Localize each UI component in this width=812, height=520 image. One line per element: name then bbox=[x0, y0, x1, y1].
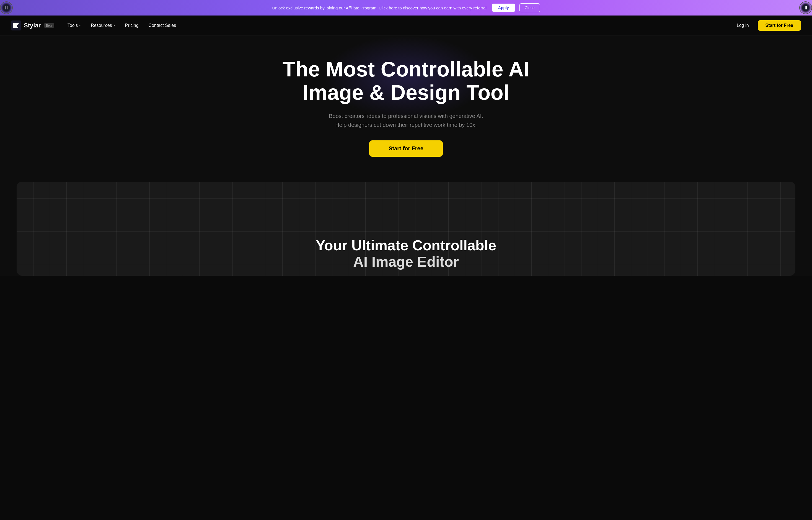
demo-card-section: Your Ultimate Controllable AI Image Edit… bbox=[0, 171, 812, 276]
demo-card-subtitle: AI Image Editor bbox=[316, 254, 496, 270]
banner-apply-button[interactable]: Apply bbox=[492, 4, 515, 12]
announcement-banner: ⏸ Unlock exclusive rewards by joining ou… bbox=[0, 0, 812, 16]
logo[interactable]: Stylar Beta bbox=[11, 21, 54, 30]
nav-pricing-label: Pricing bbox=[125, 23, 139, 28]
hero-section: The Most Controllable AI Image & Design … bbox=[0, 35, 812, 171]
navbar-right: Log in Start for Free bbox=[733, 20, 801, 31]
resources-chevron-icon: ▾ bbox=[113, 24, 115, 27]
hero-subtitle: Boost creators' ideas to professional vi… bbox=[318, 111, 494, 129]
hero-title: The Most Controllable AI Image & Design … bbox=[281, 58, 531, 104]
logo-beta-badge: Beta bbox=[44, 23, 54, 28]
navbar: Stylar Beta Tools ▾ Resources ▾ Pricing … bbox=[0, 16, 812, 35]
demo-card-text: Your Ultimate Controllable AI Image Edit… bbox=[316, 237, 496, 276]
nav-contact[interactable]: Contact Sales bbox=[148, 23, 176, 28]
banner-decoration-right: ⏸ bbox=[799, 1, 812, 14]
banner-close-button[interactable]: Close bbox=[519, 3, 540, 12]
demo-card: Your Ultimate Controllable AI Image Edit… bbox=[17, 182, 795, 276]
nav-resources[interactable]: Resources ▾ bbox=[91, 23, 115, 28]
banner-decoration-left: ⏸ bbox=[0, 1, 13, 14]
login-button[interactable]: Log in bbox=[733, 21, 752, 30]
hero-subtitle-line1: Boost creators' ideas to professional vi… bbox=[329, 113, 483, 119]
nav-items: Tools ▾ Resources ▾ Pricing Contact Sale… bbox=[67, 23, 176, 28]
nav-start-free-button[interactable]: Start for Free bbox=[758, 20, 801, 31]
tools-chevron-icon: ▾ bbox=[79, 24, 81, 27]
nav-tools-label: Tools bbox=[67, 23, 78, 28]
navbar-left: Stylar Beta Tools ▾ Resources ▾ Pricing … bbox=[11, 21, 176, 30]
demo-card-title: Your Ultimate Controllable bbox=[316, 237, 496, 254]
logo-text: Stylar bbox=[24, 22, 41, 29]
nav-contact-label: Contact Sales bbox=[148, 23, 176, 28]
nav-pricing[interactable]: Pricing bbox=[125, 23, 139, 28]
nav-resources-label: Resources bbox=[91, 23, 112, 28]
hero-subtitle-line2: Help designers cut down their repetitive… bbox=[335, 122, 477, 128]
hero-cta-button[interactable]: Start for Free bbox=[369, 140, 443, 157]
nav-tools[interactable]: Tools ▾ bbox=[67, 23, 81, 28]
logo-icon bbox=[11, 21, 21, 30]
banner-text: Unlock exclusive rewards by joining our … bbox=[272, 5, 487, 10]
